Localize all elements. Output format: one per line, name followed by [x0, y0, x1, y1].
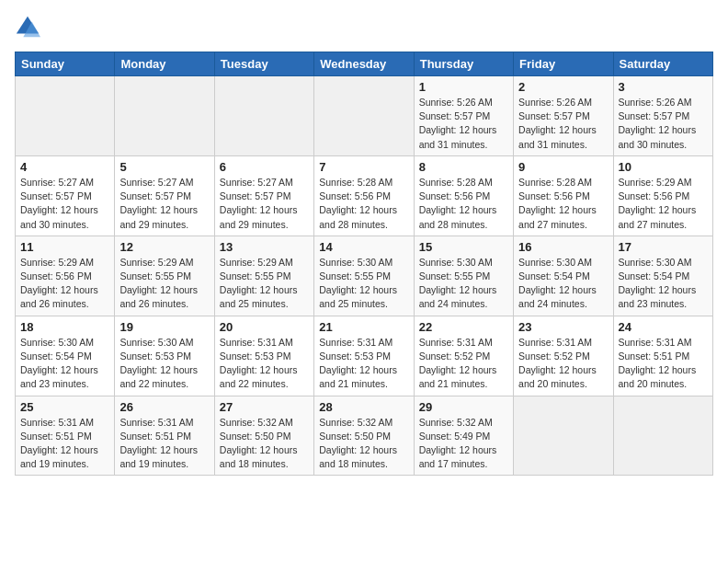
calendar-cell: 12Sunrise: 5:29 AM Sunset: 5:55 PM Dayli…	[115, 236, 214, 316]
calendar-cell: 6Sunrise: 5:27 AM Sunset: 5:57 PM Daylig…	[214, 155, 313, 236]
day-number: 15	[419, 240, 508, 254]
calendar-header: SundayMondayTuesdayWednesdayThursdayFrid…	[16, 52, 713, 76]
day-number: 14	[319, 240, 408, 254]
day-info: Sunrise: 5:29 AM Sunset: 5:56 PM Dayligh…	[619, 176, 708, 232]
calendar-cell: 26Sunrise: 5:31 AM Sunset: 5:51 PM Dayli…	[115, 396, 214, 476]
calendar-cell	[16, 76, 115, 156]
calendar-week-row: 18Sunrise: 5:30 AM Sunset: 5:54 PM Dayli…	[16, 316, 713, 396]
day-number: 12	[119, 240, 209, 254]
calendar-cell: 14Sunrise: 5:30 AM Sunset: 5:55 PM Dayli…	[314, 236, 414, 316]
calendar-cell	[613, 396, 712, 476]
calendar-week-row: 25Sunrise: 5:31 AM Sunset: 5:51 PM Dayli…	[16, 396, 713, 476]
calendar-cell: 18Sunrise: 5:30 AM Sunset: 5:54 PM Dayli…	[16, 316, 115, 396]
day-info: Sunrise: 5:27 AM Sunset: 5:57 PM Dayligh…	[220, 176, 309, 232]
day-of-week-header: Sunday	[16, 52, 115, 76]
day-info: Sunrise: 5:31 AM Sunset: 5:53 PM Dayligh…	[319, 336, 408, 392]
day-info: Sunrise: 5:31 AM Sunset: 5:52 PM Dayligh…	[518, 336, 608, 392]
day-info: Sunrise: 5:31 AM Sunset: 5:51 PM Dayligh…	[119, 416, 209, 472]
calendar-cell: 25Sunrise: 5:31 AM Sunset: 5:51 PM Dayli…	[16, 396, 115, 476]
day-info: Sunrise: 5:28 AM Sunset: 5:56 PM Dayligh…	[319, 176, 408, 232]
calendar-cell: 11Sunrise: 5:29 AM Sunset: 5:56 PM Dayli…	[16, 236, 115, 316]
calendar-cell: 7Sunrise: 5:28 AM Sunset: 5:56 PM Daylig…	[314, 155, 414, 236]
calendar-cell: 20Sunrise: 5:31 AM Sunset: 5:53 PM Dayli…	[214, 316, 313, 396]
day-number: 26	[119, 400, 209, 414]
calendar-cell: 15Sunrise: 5:30 AM Sunset: 5:55 PM Dayli…	[414, 236, 513, 316]
days-of-week-row: SundayMondayTuesdayWednesdayThursdayFrid…	[16, 52, 713, 76]
calendar-cell: 21Sunrise: 5:31 AM Sunset: 5:53 PM Dayli…	[314, 316, 414, 396]
day-number: 24	[619, 320, 708, 334]
day-of-week-header: Saturday	[613, 52, 712, 76]
page-header	[15, 15, 713, 40]
day-number: 16	[518, 240, 608, 254]
day-number: 10	[619, 160, 708, 174]
calendar-week-row: 11Sunrise: 5:29 AM Sunset: 5:56 PM Dayli…	[16, 236, 713, 316]
day-number: 9	[518, 160, 608, 174]
day-number: 1	[419, 80, 508, 94]
day-number: 27	[220, 400, 309, 414]
day-number: 19	[119, 320, 209, 334]
day-info: Sunrise: 5:26 AM Sunset: 5:57 PM Dayligh…	[518, 96, 608, 152]
day-number: 22	[419, 320, 508, 334]
day-info: Sunrise: 5:28 AM Sunset: 5:56 PM Dayligh…	[419, 176, 508, 232]
calendar-body: 1Sunrise: 5:26 AM Sunset: 5:57 PM Daylig…	[16, 76, 713, 476]
day-of-week-header: Tuesday	[214, 52, 313, 76]
day-number: 25	[20, 400, 109, 414]
day-of-week-header: Thursday	[414, 52, 513, 76]
day-number: 8	[419, 160, 508, 174]
calendar-cell: 9Sunrise: 5:28 AM Sunset: 5:56 PM Daylig…	[514, 155, 613, 236]
day-number: 20	[220, 320, 309, 334]
day-info: Sunrise: 5:26 AM Sunset: 5:57 PM Dayligh…	[619, 96, 708, 152]
calendar-cell	[214, 76, 313, 156]
day-info: Sunrise: 5:29 AM Sunset: 5:55 PM Dayligh…	[119, 256, 209, 312]
day-number: 3	[619, 80, 708, 94]
day-number: 23	[518, 320, 608, 334]
calendar-cell: 24Sunrise: 5:31 AM Sunset: 5:51 PM Dayli…	[613, 316, 712, 396]
day-info: Sunrise: 5:27 AM Sunset: 5:57 PM Dayligh…	[119, 176, 209, 232]
calendar-cell: 13Sunrise: 5:29 AM Sunset: 5:55 PM Dayli…	[214, 236, 313, 316]
calendar-cell: 28Sunrise: 5:32 AM Sunset: 5:50 PM Dayli…	[314, 396, 414, 476]
day-info: Sunrise: 5:29 AM Sunset: 5:56 PM Dayligh…	[20, 256, 109, 312]
day-info: Sunrise: 5:32 AM Sunset: 5:50 PM Dayligh…	[220, 416, 309, 472]
calendar-table: SundayMondayTuesdayWednesdayThursdayFrid…	[15, 52, 713, 476]
calendar-cell: 4Sunrise: 5:27 AM Sunset: 5:57 PM Daylig…	[16, 155, 115, 236]
day-number: 7	[319, 160, 408, 174]
day-number: 11	[20, 240, 109, 254]
day-of-week-header: Friday	[514, 52, 613, 76]
calendar-cell: 22Sunrise: 5:31 AM Sunset: 5:52 PM Dayli…	[414, 316, 513, 396]
day-info: Sunrise: 5:31 AM Sunset: 5:52 PM Dayligh…	[419, 336, 508, 392]
logo	[15, 15, 44, 40]
day-info: Sunrise: 5:31 AM Sunset: 5:53 PM Dayligh…	[220, 336, 309, 392]
calendar-cell: 29Sunrise: 5:32 AM Sunset: 5:49 PM Dayli…	[414, 396, 513, 476]
day-info: Sunrise: 5:26 AM Sunset: 5:57 PM Dayligh…	[419, 96, 508, 152]
day-info: Sunrise: 5:29 AM Sunset: 5:55 PM Dayligh…	[220, 256, 309, 312]
calendar-week-row: 1Sunrise: 5:26 AM Sunset: 5:57 PM Daylig…	[16, 76, 713, 156]
calendar-cell: 23Sunrise: 5:31 AM Sunset: 5:52 PM Dayli…	[514, 316, 613, 396]
day-number: 13	[220, 240, 309, 254]
day-number: 18	[20, 320, 109, 334]
calendar-cell: 27Sunrise: 5:32 AM Sunset: 5:50 PM Dayli…	[214, 396, 313, 476]
logo-icon	[15, 15, 40, 40]
calendar-cell: 3Sunrise: 5:26 AM Sunset: 5:57 PM Daylig…	[613, 76, 712, 156]
calendar-cell: 5Sunrise: 5:27 AM Sunset: 5:57 PM Daylig…	[115, 155, 214, 236]
calendar-cell: 8Sunrise: 5:28 AM Sunset: 5:56 PM Daylig…	[414, 155, 513, 236]
day-number: 28	[319, 400, 408, 414]
calendar-week-row: 4Sunrise: 5:27 AM Sunset: 5:57 PM Daylig…	[16, 155, 713, 236]
calendar-cell	[514, 396, 613, 476]
day-number: 29	[419, 400, 508, 414]
calendar-cell: 16Sunrise: 5:30 AM Sunset: 5:54 PM Dayli…	[514, 236, 613, 316]
day-info: Sunrise: 5:30 AM Sunset: 5:53 PM Dayligh…	[119, 336, 209, 392]
calendar-cell: 17Sunrise: 5:30 AM Sunset: 5:54 PM Dayli…	[613, 236, 712, 316]
day-of-week-header: Wednesday	[314, 52, 414, 76]
calendar-cell	[314, 76, 414, 156]
day-info: Sunrise: 5:31 AM Sunset: 5:51 PM Dayligh…	[619, 336, 708, 392]
day-info: Sunrise: 5:32 AM Sunset: 5:49 PM Dayligh…	[419, 416, 508, 472]
day-info: Sunrise: 5:30 AM Sunset: 5:55 PM Dayligh…	[319, 256, 408, 312]
day-number: 21	[319, 320, 408, 334]
calendar-cell	[115, 76, 214, 156]
day-info: Sunrise: 5:30 AM Sunset: 5:54 PM Dayligh…	[20, 336, 109, 392]
calendar-cell: 10Sunrise: 5:29 AM Sunset: 5:56 PM Dayli…	[613, 155, 712, 236]
day-info: Sunrise: 5:32 AM Sunset: 5:50 PM Dayligh…	[319, 416, 408, 472]
day-info: Sunrise: 5:30 AM Sunset: 5:54 PM Dayligh…	[518, 256, 608, 312]
day-info: Sunrise: 5:30 AM Sunset: 5:54 PM Dayligh…	[619, 256, 708, 312]
day-info: Sunrise: 5:31 AM Sunset: 5:51 PM Dayligh…	[20, 416, 109, 472]
